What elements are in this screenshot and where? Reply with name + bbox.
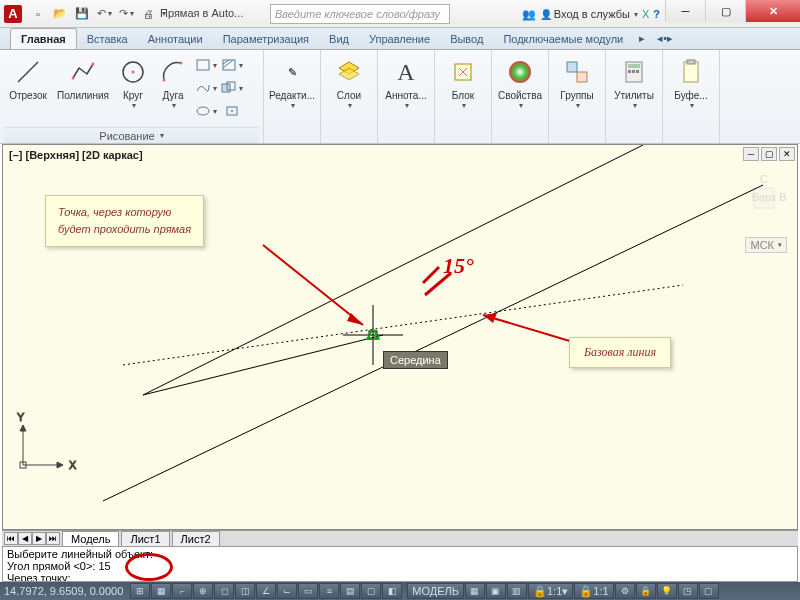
clean-icon[interactable]: ▢	[699, 583, 719, 599]
iso-icon[interactable]: ◳	[678, 583, 698, 599]
hatch-icon[interactable]: ▾	[220, 54, 244, 76]
tab-prev-icon[interactable]: ◀	[18, 532, 32, 545]
svg-point-8	[197, 107, 209, 115]
tab-parametric[interactable]: Параметризация	[213, 29, 319, 49]
model-tab[interactable]: Модель	[62, 531, 119, 547]
grid-toggle-icon[interactable]: ▦	[151, 583, 171, 599]
svg-point-1	[72, 77, 75, 80]
svg-marker-34	[20, 425, 26, 431]
polyline-label: Полилиния	[57, 90, 109, 101]
qp-icon[interactable]: ▢	[361, 583, 381, 599]
tab-scroll-icon[interactable]: ▸	[633, 28, 651, 49]
callout-point: Точка, через которую будет проходить пря…	[45, 195, 204, 247]
tpy-icon[interactable]: ▤	[340, 583, 360, 599]
qat-undo-icon[interactable]: ↶▾	[94, 4, 114, 24]
clipboard-button[interactable]: Буфе...▾	[667, 52, 715, 110]
maximize-button[interactable]: ▢	[705, 0, 745, 22]
grid2-icon[interactable]: ▦	[465, 583, 485, 599]
ws-switch-icon[interactable]: ⚙	[615, 583, 635, 599]
tab-plugins[interactable]: Подключаемые модули	[493, 29, 633, 49]
svg-point-2	[92, 63, 95, 66]
tab-annotate[interactable]: Аннотации	[138, 29, 213, 49]
cmd-line-0: Выберите линейный объект:	[7, 548, 793, 560]
ducs-icon[interactable]: ⌙	[277, 583, 297, 599]
dyn-icon[interactable]: ▭	[298, 583, 318, 599]
tab-expand-icon[interactable]: ◂•▸	[651, 28, 679, 49]
arc-button[interactable]: Дуга▾	[154, 52, 192, 110]
polyline-button[interactable]: Полилиния	[54, 52, 112, 101]
draw-panel-title[interactable]: Рисование ▾	[4, 127, 259, 143]
qvl-icon[interactable]: ▥	[507, 583, 527, 599]
otrack-icon[interactable]: ∠	[256, 583, 276, 599]
svg-point-6	[180, 62, 183, 65]
quick-access-toolbar: ▫ 📂 💾 ↶▾ ↷▾ 🖨 ▾	[28, 4, 166, 24]
tab-manage[interactable]: Управление	[359, 29, 440, 49]
qat-print-icon[interactable]: 🖨	[138, 4, 158, 24]
block-button[interactable]: Блок▾	[439, 52, 487, 110]
circle-button[interactable]: Круг▾	[114, 52, 152, 110]
infocenter-icon[interactable]: 👥	[522, 8, 536, 21]
ribbon-tabs: Главная Вставка Аннотации Параметризация…	[0, 28, 800, 50]
line-label: Отрезок	[9, 90, 47, 101]
minimize-button[interactable]: ─	[665, 0, 705, 22]
qat-redo-icon[interactable]: ↷▾	[116, 4, 136, 24]
ellipse-icon[interactable]: ▾	[194, 100, 218, 122]
svg-line-46	[263, 245, 363, 325]
utils-button[interactable]: Утилиты▾	[610, 52, 658, 110]
osnap-toggle-icon[interactable]: ◻	[214, 583, 234, 599]
svg-rect-18	[567, 62, 577, 72]
app-logo-icon[interactable]: A	[4, 5, 22, 23]
lock-ui-icon[interactable]: 🔒	[636, 583, 656, 599]
layout-tabs: ⏮ ◀ ▶ ⏭ Модель Лист1 Лист2	[2, 530, 798, 546]
modify-button[interactable]: ✎Редакти...▾	[268, 52, 316, 110]
groups-button[interactable]: Группы▾	[553, 52, 601, 110]
tab-output[interactable]: Вывод	[440, 29, 493, 49]
signin-button[interactable]: 👤 Вход в службы ▾	[540, 8, 638, 20]
tab-last-icon[interactable]: ⏭	[46, 532, 60, 545]
qv-icon[interactable]: ▣	[486, 583, 506, 599]
tab-view[interactable]: Вид	[319, 29, 359, 49]
circle-label: Круг	[123, 90, 143, 101]
tab-next-icon[interactable]: ▶	[32, 532, 46, 545]
sc-icon[interactable]: ◧	[382, 583, 402, 599]
coords-readout[interactable]: 14.7972, 9.6509, 0.0000	[4, 585, 123, 597]
svg-text:X: X	[69, 459, 77, 471]
layers-button[interactable]: Слои▾	[325, 52, 373, 110]
search-input[interactable]: Введите ключевое слово/фразу	[270, 4, 450, 24]
tab-home[interactable]: Главная	[10, 28, 77, 49]
annoscale-button[interactable]: 🔒 1:1▾	[528, 583, 573, 599]
model-space-button[interactable]: МОДЕЛЬ	[407, 583, 464, 599]
3dosnap-icon[interactable]: ◫	[235, 583, 255, 599]
layout1-tab[interactable]: Лист1	[121, 531, 169, 547]
exchange-icon[interactable]: X	[642, 8, 649, 20]
tab-insert[interactable]: Вставка	[77, 29, 138, 49]
rect-icon[interactable]: ▾	[194, 54, 218, 76]
scale-button[interactable]: 🔒 1:1	[574, 583, 613, 599]
qat-open-icon[interactable]: 📂	[50, 4, 70, 24]
command-line[interactable]: Выберите линейный объект: Угол прямой <0…	[2, 546, 798, 582]
lwt-icon[interactable]: ≡	[319, 583, 339, 599]
point-icon[interactable]	[220, 100, 244, 122]
region-icon[interactable]: ▾	[220, 77, 244, 99]
props-button[interactable]: Свойства▾	[496, 52, 544, 110]
drawing-area[interactable]: [–] [Верхняя] [2D каркас] ─ ▢ ✕ ВерхСВ М…	[2, 144, 798, 530]
svg-rect-26	[687, 60, 695, 64]
angle-annotation: 15°	[443, 253, 474, 279]
svg-point-5	[163, 79, 166, 82]
polar-toggle-icon[interactable]: ⊕	[193, 583, 213, 599]
snap-toggle-icon[interactable]: ⊞	[130, 583, 150, 599]
help-icon[interactable]: ?	[653, 8, 660, 20]
ortho-toggle-icon[interactable]: ⌐	[172, 583, 192, 599]
svg-rect-12	[222, 84, 230, 92]
line-button[interactable]: Отрезок	[4, 52, 52, 101]
hw-accel-icon[interactable]: 💡	[657, 583, 677, 599]
spline-icon[interactable]: ▾	[194, 77, 218, 99]
ribbon: Отрезок Полилиния Круг▾ Дуга▾ ▾ ▾ ▾ ▾ ▾ …	[0, 50, 800, 144]
layout2-tab[interactable]: Лист2	[172, 531, 220, 547]
snap-tooltip: Середина	[383, 351, 448, 369]
close-button[interactable]: ✕	[745, 0, 800, 22]
qat-save-icon[interactable]: 💾	[72, 4, 92, 24]
tab-first-icon[interactable]: ⏮	[4, 532, 18, 545]
annot-button[interactable]: AАннота...▾	[382, 52, 430, 110]
qat-new-icon[interactable]: ▫	[28, 4, 48, 24]
